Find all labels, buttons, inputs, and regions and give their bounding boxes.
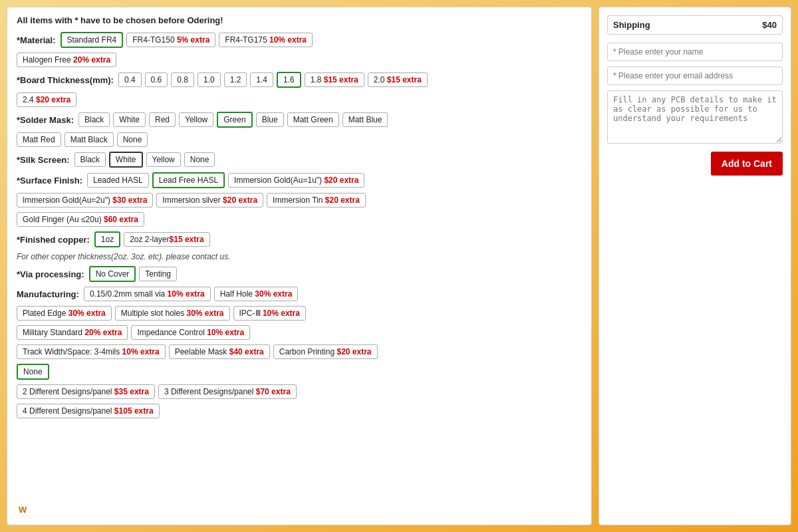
- mfg-ipc-iii[interactable]: IPC-Ⅲ 10% extra: [233, 306, 306, 321]
- thickness-0.6[interactable]: 0.6: [145, 72, 168, 87]
- thickness-0.4[interactable]: 0.4: [118, 72, 142, 87]
- logo-text: WELLPCB: [34, 503, 91, 515]
- copper-note-row: For other copper thickness(2oz. 3oz. etc…: [17, 252, 582, 261]
- mfg-half-hole[interactable]: Half Hole 30% extra: [214, 287, 299, 301]
- side-panel: Shipping $40 Add to Cart: [598, 7, 791, 525]
- thickness-0.8[interactable]: 0.8: [171, 72, 194, 87]
- surface-label: *Surface Finish:: [17, 176, 82, 186]
- manufacturing-row: Manufacturing: 0.15/0.2mm small via 10% …: [17, 287, 582, 301]
- shipping-label: Shipping: [613, 20, 757, 30]
- soldermask-matt-blue[interactable]: Matt Blue: [342, 112, 388, 127]
- soldermask-none[interactable]: None: [117, 132, 148, 147]
- silkscreen-black[interactable]: Black: [74, 152, 106, 167]
- thickness-1.0[interactable]: 1.0: [198, 72, 221, 87]
- surface-leaded-hasl[interactable]: Leaded HASL: [87, 173, 149, 188]
- mfg-track-width[interactable]: Track Width/Space: 3-4mils 10% extra: [17, 344, 166, 359]
- mfg-plated-edge[interactable]: Plated Edge 30% extra: [17, 306, 112, 321]
- name-input[interactable]: [607, 43, 783, 61]
- soldermask-red[interactable]: Red: [149, 112, 176, 127]
- manufacturing-row5: None: [17, 364, 582, 380]
- thickness-row2: 2.4 $20 extra: [17, 92, 582, 107]
- surface-row: *Surface Finish: Leaded HASL Lead Free H…: [17, 172, 582, 188]
- thickness-row: *Board Thickness(mm): 0.4 0.6 0.8 1.0 1.…: [17, 72, 582, 88]
- manufacturing-row4: Track Width/Space: 3-4mils 10% extra Pee…: [17, 344, 582, 359]
- silkscreen-none[interactable]: None: [184, 152, 215, 167]
- material-option-standard-fr4[interactable]: Standard FR4: [61, 32, 124, 48]
- surface-immersion-silver[interactable]: Immersion silver $20 extra: [156, 193, 263, 207]
- wellpcb-logo-icon: W: [18, 503, 30, 515]
- warning-text: All items with * have to be chosen befor…: [17, 15, 582, 25]
- soldermask-yellow[interactable]: Yellow: [179, 112, 213, 127]
- soldermask-black[interactable]: Black: [78, 112, 110, 127]
- surface-row3: Gold Finger (Au ≤20u) $60 extra: [17, 212, 582, 227]
- manufacturing-row3: Military Standard 20% extra Impedance Co…: [17, 325, 582, 340]
- mfg-peelable-mask[interactable]: Peelable Mask $40 extra: [169, 344, 270, 359]
- shipping-price: $40: [762, 20, 777, 30]
- soldermask-matt-green[interactable]: Matt Green: [287, 112, 339, 127]
- material-option-fr4-tg175[interactable]: FR4-TG175 10% extra: [219, 33, 313, 47]
- surface-immersion-gold-1u[interactable]: Immersion Gold(Au=1u") $20 extra: [228, 173, 364, 188]
- material-row2: Halogen Free 20% extra: [17, 53, 582, 67]
- silkscreen-yellow[interactable]: Yellow: [146, 152, 181, 167]
- designs-3[interactable]: 3 Different Designs/panel $70 extra: [158, 384, 297, 399]
- thickness-1.8[interactable]: 1.8 $15 extra: [305, 72, 364, 87]
- designs-4[interactable]: 4 Different Designs/panel $105 extra: [17, 404, 160, 418]
- copper-note: For other copper thickness(2oz. 3oz. etc…: [17, 252, 231, 261]
- shipping-row: Shipping $40: [607, 15, 783, 35]
- material-option-halogen-free[interactable]: Halogen Free 20% extra: [17, 53, 116, 67]
- material-option-fr4-tg150[interactable]: FR4-TG150 5% extra: [126, 33, 215, 47]
- via-label: *Via processing:: [17, 269, 84, 279]
- manufacturing-row2: Plated Edge 30% extra Multiple slot hole…: [17, 306, 582, 321]
- copper-label: *Finished copper:: [17, 235, 90, 245]
- copper-2oz[interactable]: 2oz 2-layer$15 extra: [124, 232, 209, 247]
- via-tenting[interactable]: Tenting: [139, 267, 177, 281]
- via-row: *Via processing: No Cover Tenting: [17, 266, 582, 282]
- svg-text:W: W: [19, 505, 27, 515]
- silkscreen-white[interactable]: White: [109, 152, 143, 168]
- mfg-carbon-printing[interactable]: Carbon Printing $20 extra: [273, 344, 378, 359]
- logo: W WELLPCB: [17, 502, 91, 517]
- thickness-2.0[interactable]: 2.0 $15 extra: [368, 72, 428, 87]
- add-to-cart-button[interactable]: Add to Cart: [711, 152, 783, 176]
- mfg-impedance[interactable]: Impedance Control 10% extra: [131, 325, 250, 340]
- thickness-1.2[interactable]: 1.2: [224, 72, 247, 87]
- details-textarea[interactable]: [607, 90, 783, 144]
- copper-row: *Finished copper: 1oz 2oz 2-layer$15 ext…: [17, 231, 582, 247]
- designs-2[interactable]: 2 Different Designs/panel $35 extra: [17, 384, 155, 399]
- designs-row1: 2 Different Designs/panel $35 extra 3 Di…: [17, 384, 582, 399]
- silkscreen-row: *Silk Screen: Black White Yellow None: [17, 152, 582, 168]
- surface-row2: Immersion Gold(Au=2u") $30 extra Immersi…: [17, 193, 582, 207]
- thickness-2.4[interactable]: 2.4 $20 extra: [17, 92, 76, 107]
- logo-symbol: W: [17, 502, 31, 517]
- thickness-1.6[interactable]: 1.6: [277, 72, 301, 88]
- soldermask-label: *Solder Mask:: [17, 115, 74, 125]
- soldermask-matt-red[interactable]: Matt Red: [17, 132, 61, 147]
- soldermask-white[interactable]: White: [113, 112, 146, 127]
- mfg-multiple-slot[interactable]: Multiple slot holes 30% extra: [115, 306, 230, 321]
- main-panel: All items with * have to be chosen befor…: [7, 7, 592, 525]
- soldermask-blue[interactable]: Blue: [256, 112, 284, 127]
- material-row: *Material: Standard FR4 FR4-TG150 5% ext…: [17, 32, 582, 48]
- thickness-1.4[interactable]: 1.4: [250, 72, 273, 87]
- via-no-cover[interactable]: No Cover: [89, 266, 136, 282]
- silkscreen-label: *Silk Screen:: [17, 155, 70, 165]
- mfg-none[interactable]: None: [17, 364, 49, 380]
- copper-1oz[interactable]: 1oz: [94, 231, 120, 247]
- surface-lead-free-hasl[interactable]: Lead Free HASL: [152, 172, 225, 188]
- mfg-small-via[interactable]: 0.15/0.2mm small via 10% extra: [84, 287, 211, 301]
- material-label: *Material:: [17, 35, 56, 45]
- soldermask-row2: Matt Red Matt Black None: [17, 132, 582, 147]
- thickness-label: *Board Thickness(mm):: [17, 75, 114, 85]
- soldermask-matt-black[interactable]: Matt Black: [65, 132, 114, 147]
- soldermask-green[interactable]: Green: [217, 112, 252, 128]
- designs-row2: 4 Different Designs/panel $105 extra: [17, 404, 582, 418]
- logo-bar: W WELLPCB: [17, 502, 91, 517]
- surface-immersion-gold-2u[interactable]: Immersion Gold(Au=2u") $30 extra: [17, 193, 153, 207]
- surface-immersion-tin[interactable]: Immersion Tin $20 extra: [267, 193, 366, 207]
- mfg-military[interactable]: Military Standard 20% extra: [17, 325, 128, 340]
- surface-gold-finger[interactable]: Gold Finger (Au ≤20u) $60 extra: [17, 212, 144, 227]
- soldermask-row: *Solder Mask: Black White Red Yellow Gre…: [17, 112, 582, 128]
- manufacturing-label: Manufacturing:: [17, 289, 79, 299]
- email-input[interactable]: [607, 66, 783, 85]
